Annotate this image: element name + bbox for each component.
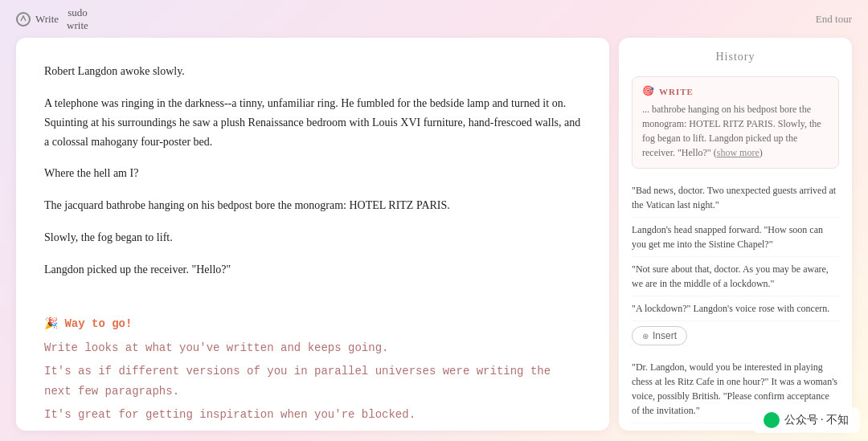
paragraph-1: Robert Langdon awoke slowly. [44, 62, 581, 81]
history-item-4: "A lockdown?" Langdon's voice rose with … [632, 296, 839, 321]
write-label: WRITE [659, 87, 694, 96]
history-item-3: "Not sure about that, doctor. As you may… [632, 257, 839, 296]
paragraph-6: Langdon picked up the receiver. "Hello?" [44, 260, 581, 280]
logo-line1: sudo [67, 6, 88, 19]
right-panel: History 🎯 WRITE ... bathrobe hanging on … [619, 38, 852, 431]
paragraph-3: Where the hell am I? [44, 164, 581, 183]
insert-icon-1: ⊕ [642, 332, 649, 341]
editor-panel[interactable]: Robert Langdon awoke slowly. A telephone… [16, 38, 609, 431]
main-content: Robert Langdon awoke slowly. A telephone… [0, 38, 868, 439]
write-card: 🎯 WRITE ... bathrobe hanging on his bedp… [632, 76, 839, 169]
end-tour-button[interactable]: End tour [816, 13, 852, 26]
history-item-1: "Bad news, doctor. Two unexpected guests… [632, 178, 839, 218]
suggestion-line2: It's as if different versions of you in … [44, 361, 581, 402]
history-item-6: "Who is this?" Langdon asked, irritably. [632, 423, 839, 431]
history-title: History [632, 51, 839, 63]
suggestion-heading: 🎉 Way to go! [44, 316, 581, 330]
write-tab-button[interactable]: Write [35, 13, 59, 26]
suggestion-line3: It's great for getting inspiration when … [44, 405, 581, 425]
insert-label-1: Insert [653, 330, 677, 341]
show-more-link[interactable]: show more [717, 147, 760, 158]
write-tab-icon[interactable] [16, 12, 31, 27]
history-group-1: "Bad news, doctor. Two unexpected guests… [632, 178, 839, 345]
logo-area: Write sudo write [16, 6, 88, 31]
insert-button-1[interactable]: ⊕ Insert [632, 326, 687, 345]
write-card-text: ... bathrobe hanging on his bedpost bore… [642, 102, 829, 160]
editor-text: Robert Langdon awoke slowly. A telephone… [44, 62, 581, 279]
suggestion-box: 🎉 Way to go! Write looks at what you've … [44, 316, 581, 431]
logo-line2: write [67, 19, 88, 32]
paragraph-5: Slowly, the fog began to lift. [44, 228, 581, 247]
target-icon: 🎯 [642, 85, 654, 97]
top-bar: Write sudo write End tour [0, 0, 868, 38]
paragraph-2: A telephone was ringing in the darkness-… [44, 94, 581, 151]
paragraph-4: The jacquard bathrobe hanging on his bed… [44, 196, 581, 215]
history-group-2: "Dr. Langdon, would you be interested in… [632, 355, 839, 431]
logo-text: sudo write [67, 6, 88, 31]
history-item-2: Langdon's head snapped forward. "How soo… [632, 218, 839, 257]
suggestion-line1: Write looks at what you've written and k… [44, 338, 581, 358]
write-card-header: 🎯 WRITE [642, 85, 829, 97]
history-item-5: "Dr. Langdon, would you be interested in… [632, 355, 839, 423]
